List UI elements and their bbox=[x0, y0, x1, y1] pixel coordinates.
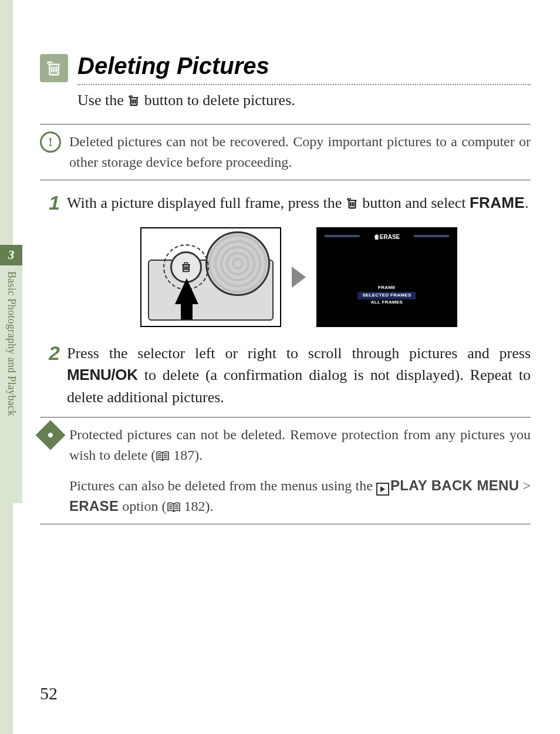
page-number: 52 bbox=[40, 684, 58, 703]
book-icon bbox=[156, 447, 170, 463]
note-2-text: Pictures can also be deleted from the me… bbox=[69, 476, 531, 517]
section-title-row: Deleting Pictures Use the button to dele… bbox=[40, 53, 531, 111]
camera-illustration bbox=[140, 227, 281, 327]
note-icon-spacer bbox=[40, 476, 61, 497]
intro-text: Use the button to delete pictures. bbox=[77, 90, 531, 111]
step-1-number: 1 bbox=[40, 192, 60, 327]
chapter-label: Basic Photography and Playback bbox=[0, 265, 22, 503]
caution-block: ! Deleted pictures can not be recovered.… bbox=[40, 124, 531, 180]
chapter-number: 3 bbox=[0, 245, 22, 265]
step-1: 1 With a picture displayed full frame, p… bbox=[40, 192, 531, 327]
section-title: Deleting Pictures bbox=[77, 53, 531, 79]
note-icon bbox=[40, 425, 61, 446]
erase-screen-title: ERASE bbox=[380, 234, 400, 240]
note-1-text: Protected pictures can not be deleted. R… bbox=[69, 425, 531, 466]
step-1-text: With a picture displayed full frame, pre… bbox=[67, 192, 531, 327]
up-arrow-icon bbox=[175, 278, 198, 304]
erase-option-all-frames: ALL FRAMES bbox=[357, 299, 416, 306]
playback-icon bbox=[376, 483, 389, 496]
chapter-tab: 3 Basic Photography and Playback bbox=[0, 245, 22, 503]
erase-option-frame: FRAME bbox=[357, 285, 416, 291]
arrow-right-icon bbox=[292, 267, 306, 288]
erase-option-selected-frames: SELECTED FRAMES bbox=[357, 292, 416, 299]
step-1-illustration: 🗑ERASE FRAME SELECTED FRAMES ALL FRAMES bbox=[67, 227, 531, 327]
book-icon bbox=[167, 499, 181, 514]
title-underline bbox=[77, 84, 531, 85]
step-2: 2 Press the selector left or right to sc… bbox=[40, 342, 531, 409]
caution-icon: ! bbox=[40, 132, 61, 153]
caution-text: Deleted pictures can not be recovered. C… bbox=[69, 132, 531, 173]
step-2-text: Press the selector left or right to scro… bbox=[67, 342, 531, 409]
trash-icon bbox=[40, 54, 68, 82]
erase-menu-screen: 🗑ERASE FRAME SELECTED FRAMES ALL FRAMES bbox=[316, 227, 457, 327]
trash-icon-small: 🗑 bbox=[374, 234, 380, 240]
step-2-number: 2 bbox=[40, 342, 60, 409]
trash-icon-inline bbox=[346, 194, 359, 211]
notes-block: Protected pictures can not be deleted. R… bbox=[40, 417, 531, 524]
trash-icon-inline bbox=[127, 92, 140, 109]
